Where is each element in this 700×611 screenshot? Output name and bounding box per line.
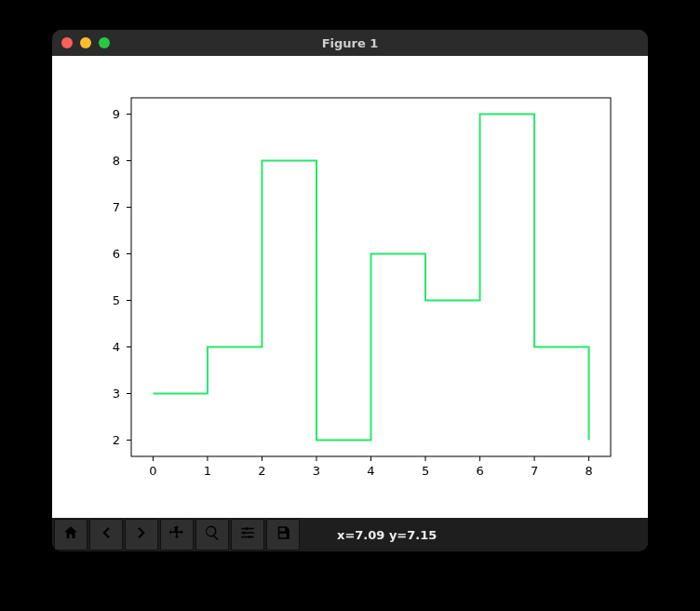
window-controls [61, 37, 110, 48]
home-icon [62, 524, 79, 545]
back-button[interactable] [89, 519, 123, 550]
svg-text:1: 1 [204, 464, 211, 478]
svg-text:7: 7 [113, 200, 120, 214]
svg-point-36 [243, 532, 246, 535]
svg-text:9: 9 [113, 107, 120, 121]
svg-text:2: 2 [113, 433, 120, 447]
svg-text:4: 4 [367, 464, 374, 478]
save-icon [275, 524, 291, 545]
pan-button[interactable] [160, 519, 194, 550]
move-icon [168, 524, 185, 545]
svg-text:5: 5 [113, 293, 120, 307]
plot-canvas[interactable]: 01234567823456789 [52, 56, 648, 518]
titlebar: Figure 1 [52, 30, 648, 56]
cursor-coordinates: x=7.09 y=7.15 [337, 528, 437, 542]
svg-text:8: 8 [113, 154, 120, 168]
forward-button[interactable] [125, 519, 158, 550]
svg-point-35 [246, 527, 249, 530]
save-button[interactable] [266, 519, 300, 550]
configure-button[interactable] [231, 519, 264, 550]
toolbar: x=7.09 y=7.15 [52, 518, 648, 551]
zoom-button[interactable] [195, 519, 229, 550]
svg-text:2: 2 [258, 464, 265, 478]
search-icon [204, 524, 221, 545]
svg-text:6: 6 [476, 464, 483, 478]
sliders-icon [239, 524, 256, 545]
fullscreen-icon[interactable] [99, 37, 110, 48]
svg-text:4: 4 [113, 340, 120, 354]
svg-point-37 [249, 536, 251, 538]
svg-text:6: 6 [113, 247, 120, 261]
arrow-right-icon [133, 524, 150, 545]
figure-window: Figure 1 01234567823456789 [52, 30, 648, 551]
svg-text:7: 7 [531, 464, 538, 478]
home-button[interactable] [54, 519, 88, 550]
svg-text:5: 5 [422, 464, 429, 478]
arrow-left-icon [98, 524, 114, 545]
svg-text:8: 8 [585, 464, 592, 478]
close-icon[interactable] [61, 37, 73, 48]
step-plot: 01234567823456789 [52, 56, 648, 518]
svg-text:0: 0 [149, 464, 156, 478]
svg-text:3: 3 [113, 387, 120, 401]
window-title: Figure 1 [52, 36, 648, 50]
minimize-icon[interactable] [80, 37, 91, 48]
svg-text:3: 3 [313, 464, 320, 478]
